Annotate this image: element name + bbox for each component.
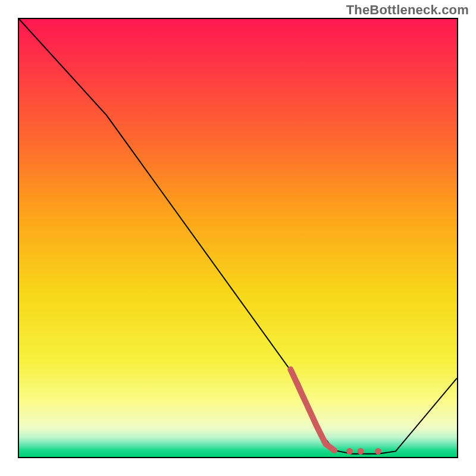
highlight-dot xyxy=(375,448,381,455)
highlight-segment xyxy=(290,369,334,450)
bottleneck-curve xyxy=(19,19,457,454)
watermark-text: TheBottleneck.com xyxy=(346,2,469,18)
chart-svg xyxy=(19,19,457,457)
highlight-dot xyxy=(358,448,364,455)
highlight-dot xyxy=(346,448,353,455)
chart-area xyxy=(18,18,458,458)
